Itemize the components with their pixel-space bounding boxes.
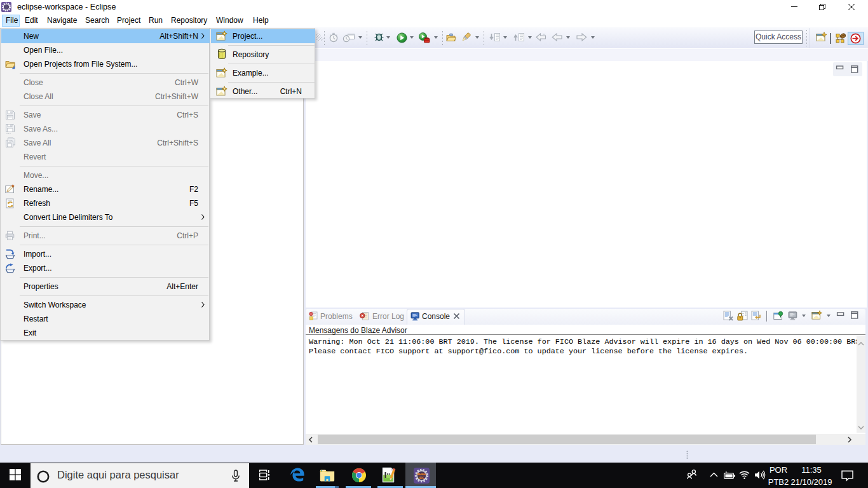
svg-text:IDE: IDE — [419, 476, 425, 480]
svg-text:Java EE: Java EE — [417, 472, 427, 476]
